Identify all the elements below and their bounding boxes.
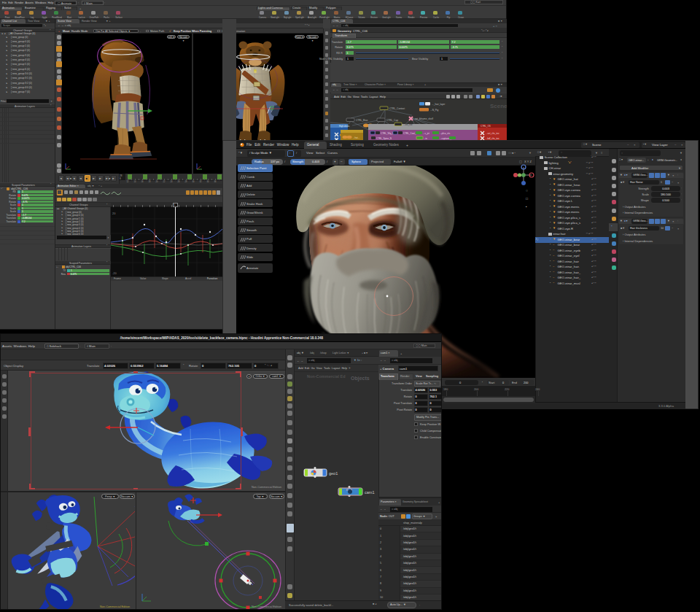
svg-text:geo1: geo1	[329, 471, 338, 476]
svg-text:-20: -20	[112, 271, 117, 275]
svg-text:...list_file: ...list_file	[403, 123, 413, 126]
svg-text:...N_Pig: ...N_Pig	[430, 109, 439, 112]
svg-text:20: 20	[112, 212, 116, 215]
svg-text:CTRL_Wig_hi: CTRL_Wig_hi	[381, 132, 394, 135]
svg-text:...hat...: ...hat...	[353, 136, 359, 139]
svg-text:...s_jnt: ...s_jnt	[423, 132, 429, 135]
svg-text:CTRL_Spine_N: CTRL_Spine_N	[376, 137, 392, 140]
svg-text:High dress: High dress	[339, 125, 350, 128]
svg-text:...plica_nts: ...plica_nts	[440, 132, 451, 135]
svg-text:...tx: ...tx	[424, 137, 427, 140]
svg-text:..._hair_layer: ..._hair_layer	[432, 103, 446, 106]
svg-text:...set_chs_tex: ...set_chs_tex	[486, 132, 499, 135]
svg-text:set_blname_shelf: set_blname_shelf	[415, 117, 433, 120]
svg-text:CTRL_Bias: CTRL_Bias	[356, 119, 368, 122]
svg-text:CTRL_OS: CTRL_OS	[481, 125, 491, 128]
svg-text:cam1: cam1	[365, 490, 374, 495]
svg-text:CTRL_Cap: CTRL_Cap	[386, 119, 398, 122]
svg-text:CTRL_Context: CTRL_Context	[389, 107, 405, 110]
